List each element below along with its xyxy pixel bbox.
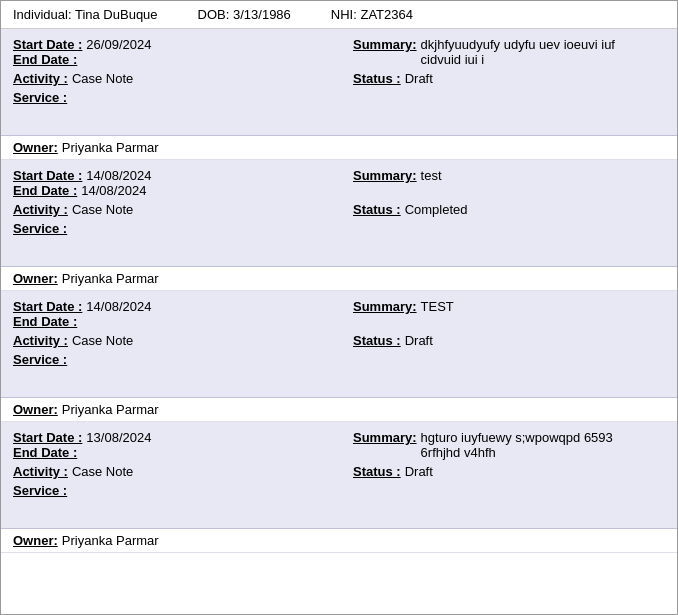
record-row-1: Start Date :14/08/2024End Date :14/08/20… (13, 168, 665, 198)
record-row-3: Service : (13, 221, 665, 236)
record-block: Start Date :14/08/2024End Date :14/08/20… (1, 160, 677, 267)
record-row-3: Service : (13, 90, 665, 105)
summary-label: Summary: (353, 430, 417, 445)
start-date-label: Start Date : (13, 299, 82, 314)
end-date-value: 14/08/2024 (81, 183, 146, 198)
status-label: Status : (353, 464, 401, 479)
record-row-2: Activity :Case NoteStatus :Completed (13, 202, 665, 217)
summary-label: Summary: (353, 299, 417, 314)
status-group: Status :Draft (353, 71, 645, 86)
record-row-1: Start Date :14/08/2024End Date :Summary:… (13, 299, 665, 329)
owner-label: Owner: (13, 533, 58, 548)
record-row-1: Start Date :26/09/2024End Date :Summary:… (13, 37, 665, 67)
right-col-summary: Summary:dkjhfyuudyufy udyfu uev ioeuvi i… (353, 37, 665, 67)
end-date-label: End Date : (13, 52, 77, 67)
dob-field: DOB: 3/13/1986 (198, 7, 291, 22)
individual-value: Tina DuBuque (75, 7, 158, 22)
status-group: Status :Completed (353, 202, 645, 217)
summary-label: Summary: (353, 168, 417, 183)
owner-label: Owner: (13, 271, 58, 286)
owner-label: Owner: (13, 402, 58, 417)
record-row-2: Activity :Case NoteStatus :Draft (13, 71, 665, 86)
activity-group: Activity :Case Note (13, 333, 333, 348)
status-group: Status :Draft (353, 464, 645, 479)
activity-value: Case Note (72, 71, 133, 86)
owner-label: Owner: (13, 140, 58, 155)
records-container: Start Date :26/09/2024End Date :Summary:… (1, 29, 677, 553)
start-date-group: Start Date :14/08/2024 (13, 299, 333, 314)
activity-label: Activity : (13, 202, 68, 217)
summary-group: Summary:hgturo iuyfuewy s;wpowqpd 6593 6… (353, 430, 645, 460)
owner-value: Priyanka Parmar (62, 271, 159, 286)
owner-value: Priyanka Parmar (62, 402, 159, 417)
service-group: Service : (13, 90, 71, 105)
owner-row: Owner:Priyanka Parmar (1, 529, 677, 553)
summary-group: Summary:test (353, 168, 645, 183)
record-row-1: Start Date :13/08/2024End Date :Summary:… (13, 430, 665, 460)
nhi-field: NHI: ZAT2364 (331, 7, 413, 22)
service-label: Service : (13, 221, 67, 236)
dob-value: 3/13/1986 (233, 7, 291, 22)
nhi-value: ZAT2364 (360, 7, 413, 22)
activity-value: Case Note (72, 202, 133, 217)
activity-group: Activity :Case Note (13, 202, 333, 217)
right-col-summary: Summary:test (353, 168, 665, 183)
main-container: Individual: Tina DuBuque DOB: 3/13/1986 … (0, 0, 678, 615)
right-col-status: Status :Draft (353, 333, 665, 348)
owner-value: Priyanka Parmar (62, 533, 159, 548)
activity-group: Activity :Case Note (13, 464, 333, 479)
status-group: Status :Draft (353, 333, 645, 348)
record-row-2: Activity :Case NoteStatus :Draft (13, 333, 665, 348)
record-row-3: Service : (13, 483, 665, 498)
end-date-label: End Date : (13, 183, 77, 198)
summary-value: hgturo iuyfuewy s;wpowqpd 6593 6rfhjhd v… (421, 430, 645, 460)
start-date-value: 14/08/2024 (86, 299, 151, 314)
left-col-dates: Start Date :14/08/2024End Date :14/08/20… (13, 168, 353, 198)
status-value: Draft (405, 333, 433, 348)
left-col-dates: Start Date :13/08/2024End Date : (13, 430, 353, 460)
summary-value: test (421, 168, 442, 183)
summary-group: Summary:dkjhfyuudyufy udyfu uev ioeuvi i… (353, 37, 645, 67)
start-date-value: 13/08/2024 (86, 430, 151, 445)
activity-value: Case Note (72, 333, 133, 348)
service-group: Service : (13, 352, 71, 367)
nhi-label: NHI: (331, 7, 357, 22)
left-col-dates: Start Date :14/08/2024End Date : (13, 299, 353, 329)
owner-row: Owner:Priyanka Parmar (1, 267, 677, 291)
summary-label: Summary: (353, 37, 417, 52)
start-date-group: Start Date :14/08/2024 (13, 168, 333, 183)
status-value: Draft (405, 71, 433, 86)
activity-label: Activity : (13, 464, 68, 479)
individual-label: Individual: (13, 7, 72, 22)
status-label: Status : (353, 333, 401, 348)
owner-row: Owner:Priyanka Parmar (1, 398, 677, 422)
right-col-status: Status :Completed (353, 202, 665, 217)
individual-field: Individual: Tina DuBuque (13, 7, 158, 22)
header-bar: Individual: Tina DuBuque DOB: 3/13/1986 … (1, 1, 677, 29)
service-label: Service : (13, 352, 67, 367)
status-value: Completed (405, 202, 468, 217)
service-group: Service : (13, 221, 71, 236)
record-block: Start Date :14/08/2024End Date :Summary:… (1, 291, 677, 398)
end-date-group: End Date :14/08/2024 (13, 183, 333, 198)
end-date-label: End Date : (13, 445, 77, 460)
summary-value: dkjhfyuudyufy udyfu uev ioeuvi iuf cidvu… (421, 37, 645, 67)
service-group: Service : (13, 483, 71, 498)
summary-group: Summary:TEST (353, 299, 645, 314)
start-date-value: 26/09/2024 (86, 37, 151, 52)
right-col-status: Status :Draft (353, 464, 665, 479)
right-col-status: Status :Draft (353, 71, 665, 86)
left-col-activity: Activity :Case Note (13, 333, 353, 348)
status-label: Status : (353, 71, 401, 86)
end-date-group: End Date : (13, 52, 333, 67)
end-date-label: End Date : (13, 314, 77, 329)
owner-value: Priyanka Parmar (62, 140, 159, 155)
dob-label: DOB: (198, 7, 230, 22)
activity-label: Activity : (13, 333, 68, 348)
summary-value: TEST (421, 299, 454, 314)
start-date-value: 14/08/2024 (86, 168, 151, 183)
activity-label: Activity : (13, 71, 68, 86)
left-col-activity: Activity :Case Note (13, 202, 353, 217)
owner-row: Owner:Priyanka Parmar (1, 136, 677, 160)
service-label: Service : (13, 90, 67, 105)
